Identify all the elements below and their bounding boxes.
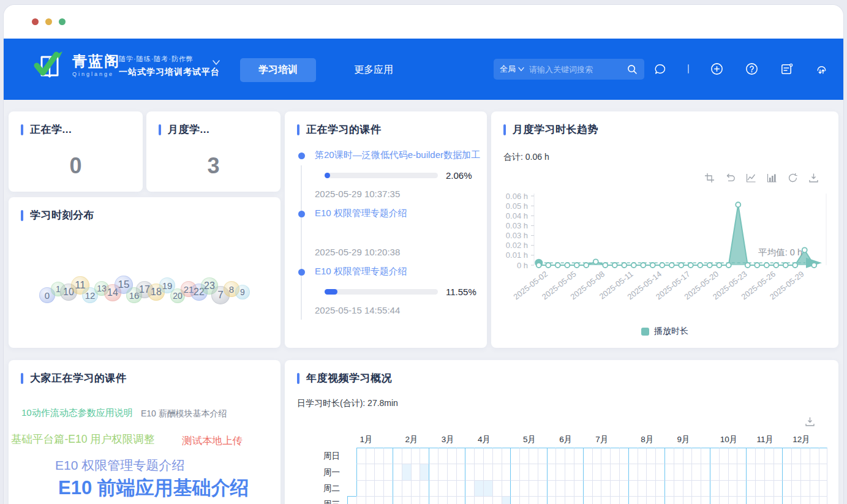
heatmap-cell xyxy=(619,480,628,496)
platform-switcher[interactable]: 随学·随练·随考·防作弊 一站式学习培训考试平台 xyxy=(119,55,220,78)
heatmap-cell xyxy=(474,480,483,496)
datazoom-icon[interactable] xyxy=(704,173,715,183)
heatmap-cell xyxy=(782,480,791,496)
bar-chart-icon[interactable] xyxy=(767,173,777,183)
heatmap-cell xyxy=(429,480,438,496)
heatmap-cell xyxy=(638,480,647,496)
undo-icon[interactable] xyxy=(725,173,736,183)
heatmap-cell xyxy=(474,496,483,504)
nav-item-more-apps[interactable]: 更多应用 xyxy=(336,58,412,82)
heatmap-cell xyxy=(764,464,774,480)
cloud-word[interactable]: 基础平台篇-E10 用户权限调整 xyxy=(11,434,154,445)
cloud-word[interactable]: E10 薪酬模块基本介绍 xyxy=(141,409,227,418)
heatmap-cell xyxy=(646,480,655,496)
heatmap-cell xyxy=(366,448,375,464)
heatmap-cell xyxy=(447,448,456,464)
minimize-window-button[interactable] xyxy=(45,18,52,25)
main-content: 正在学... 0 月度学... 3 正在学习的课件 第20课时—泛微低代码e-b… xyxy=(4,100,843,504)
svg-text:0.03 h: 0.03 h xyxy=(506,231,528,240)
nav-item-study-training[interactable]: 学习培训 xyxy=(240,58,316,82)
timeline-dot-icon xyxy=(298,152,305,159)
heatmap-weekday-label: 周二 xyxy=(315,483,340,494)
svg-text:0.01 h: 0.01 h xyxy=(506,250,528,260)
svg-text:平均值: 0 h: 平均值: 0 h xyxy=(758,247,802,257)
question-circle-icon[interactable] xyxy=(745,62,759,76)
cloud-word[interactable]: 测试本地上传 xyxy=(182,435,243,446)
heatmap-cell xyxy=(655,464,664,480)
course-link[interactable]: E10 权限管理专题介绍 xyxy=(315,266,486,277)
heatmap-cell xyxy=(746,480,755,496)
course-link[interactable]: 第20课时—泛微低代码e-builder数据加工 xyxy=(315,149,486,161)
heatmap-cell xyxy=(529,448,538,464)
course-link[interactable]: E10 权限管理专题介绍 xyxy=(315,208,486,219)
heatmap-cell xyxy=(628,480,638,496)
progress-track xyxy=(325,289,438,295)
heatmap-cell xyxy=(774,464,783,480)
heatmap-cell xyxy=(456,480,465,496)
plus-circle-icon[interactable] xyxy=(710,62,724,76)
heatmap-cell xyxy=(456,464,465,480)
heatmap-cell xyxy=(664,480,674,496)
heatmap-cell xyxy=(555,448,565,464)
close-window-button[interactable] xyxy=(32,18,39,25)
message-icon[interactable] xyxy=(653,62,667,76)
chart-toolbox xyxy=(704,173,819,183)
cloud-word[interactable]: E10 前端应用基础介绍 xyxy=(58,478,249,498)
heatmap-cell xyxy=(402,496,411,504)
cloud-word[interactable]: 10动作流动态参数应用说明 xyxy=(21,408,133,418)
legend-item-play-duration[interactable]: 播放时长 xyxy=(491,326,838,337)
card-title-bar xyxy=(159,124,161,135)
heatmap-cell xyxy=(592,448,601,464)
heatmap-month-label: 4月 xyxy=(478,434,491,445)
search-input[interactable] xyxy=(529,65,627,74)
heatmap-cell xyxy=(374,496,383,504)
stat-card-learning: 正在学... 0 xyxy=(9,111,143,192)
heatmap-cell xyxy=(483,480,492,496)
heatmap-cell xyxy=(674,480,683,496)
heatmap-cell xyxy=(555,480,565,496)
search-icon[interactable] xyxy=(627,64,638,75)
heatmap-cell xyxy=(764,480,774,496)
heatmap-cell xyxy=(683,464,692,480)
heatmap-cell xyxy=(492,448,502,464)
card-title: 月度学习时长趋势 xyxy=(513,122,598,137)
heatmap-month-label: 1月 xyxy=(360,434,373,445)
heatmap-cell xyxy=(710,448,719,464)
refresh-icon[interactable] xyxy=(788,173,798,183)
tasks-icon[interactable] xyxy=(780,62,794,76)
card-title-bar xyxy=(21,124,23,135)
course-timestamp: 2025-05-29 10:20:38 xyxy=(315,247,487,257)
chevron-down-icon xyxy=(518,67,524,72)
heatmap-cell xyxy=(655,496,664,504)
line-chart-icon[interactable] xyxy=(746,173,756,183)
heatmap-cell xyxy=(420,448,429,464)
search-scope-select[interactable]: 全局 xyxy=(500,64,524,75)
heatmap-cell xyxy=(574,496,583,504)
heatmap-cell xyxy=(565,448,574,464)
heatmap-cell xyxy=(601,464,610,480)
stat-card-title: 正在学... xyxy=(30,122,72,137)
heatmap-cell xyxy=(465,496,474,504)
chevron-down-icon[interactable] xyxy=(212,58,220,67)
heatmap-month-label: 9月 xyxy=(677,434,690,445)
heatmap-cell xyxy=(719,496,728,504)
cloud-word[interactable]: E10 权限管理专题介绍 xyxy=(55,458,184,472)
heatmap-cell xyxy=(810,464,819,480)
heatmap-cell xyxy=(628,448,638,464)
heatmap-cell xyxy=(502,448,511,464)
heatmap-cell xyxy=(465,480,474,496)
zoom-window-button[interactable] xyxy=(59,18,66,25)
heatmap-cell xyxy=(810,480,819,496)
heatmap-cell xyxy=(800,496,810,504)
heatmap-month-label: 8月 xyxy=(641,434,653,445)
heatmap-cell xyxy=(782,496,791,504)
heatmap-weekday-label: 周一 xyxy=(315,467,340,478)
screen: 青蓝阁 Qinglange 随学·随练·随考·防作弊 一站式学习培训考试平台 学… xyxy=(0,0,847,504)
transfer-icon[interactable] xyxy=(815,62,829,76)
download-icon[interactable] xyxy=(808,173,819,183)
heatmap-cell xyxy=(601,448,610,464)
svg-text:0.04 h: 0.04 h xyxy=(506,211,528,220)
heatmap-cell xyxy=(774,448,783,464)
heatmap-cell xyxy=(728,464,737,480)
heatmap-cell xyxy=(610,480,619,496)
